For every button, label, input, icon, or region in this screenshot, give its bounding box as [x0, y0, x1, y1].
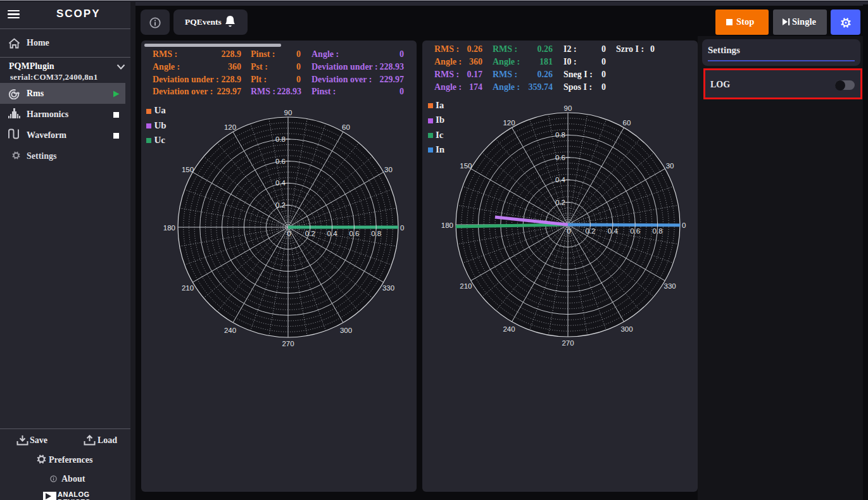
svg-text:0.6: 0.6 [555, 154, 565, 161]
svg-text:0.4: 0.4 [608, 227, 619, 235]
svg-text:0.2: 0.2 [305, 230, 315, 237]
svg-text:150: 150 [181, 166, 193, 173]
svg-text:120: 120 [223, 123, 236, 131]
svg-text:0.8: 0.8 [555, 131, 565, 139]
svg-text:0.8: 0.8 [653, 227, 663, 235]
svg-text:270: 270 [282, 340, 294, 347]
svg-text:60: 60 [623, 119, 631, 127]
svg-text:120: 120 [503, 119, 515, 127]
svg-text:270: 270 [562, 339, 574, 347]
svg-text:0: 0 [567, 227, 571, 235]
svg-text:0.4: 0.4 [327, 230, 337, 237]
svg-text:300: 300 [339, 327, 351, 334]
svg-text:330: 330 [664, 282, 676, 290]
svg-text:60: 60 [342, 123, 350, 131]
svg-text:0.2: 0.2 [275, 201, 286, 209]
svg-text:0.4: 0.4 [555, 176, 566, 184]
svg-text:330: 330 [382, 284, 394, 292]
svg-text:210: 210 [181, 284, 193, 292]
svg-text:0.6: 0.6 [630, 227, 640, 235]
svg-text:240: 240 [503, 325, 515, 333]
svg-text:0.8: 0.8 [275, 135, 286, 143]
svg-text:150: 150 [460, 162, 472, 170]
svg-text:90: 90 [564, 104, 572, 112]
svg-text:0.4: 0.4 [275, 179, 286, 187]
svg-text:180: 180 [441, 222, 453, 229]
svg-text:0: 0 [400, 224, 404, 232]
svg-text:0.6: 0.6 [275, 158, 286, 165]
svg-text:30: 30 [384, 166, 393, 173]
svg-text:0.2: 0.2 [555, 199, 565, 206]
svg-text:0: 0 [287, 230, 291, 237]
svg-text:90: 90 [284, 109, 292, 116]
svg-text:300: 300 [621, 325, 633, 333]
svg-text:30: 30 [666, 162, 674, 170]
svg-text:210: 210 [460, 282, 472, 290]
svg-text:0.8: 0.8 [371, 230, 381, 237]
svg-text:180: 180 [163, 224, 175, 232]
svg-text:240: 240 [223, 327, 236, 334]
svg-text:0.2: 0.2 [586, 227, 596, 235]
svg-text:0: 0 [682, 222, 686, 229]
svg-text:0.6: 0.6 [349, 230, 359, 237]
